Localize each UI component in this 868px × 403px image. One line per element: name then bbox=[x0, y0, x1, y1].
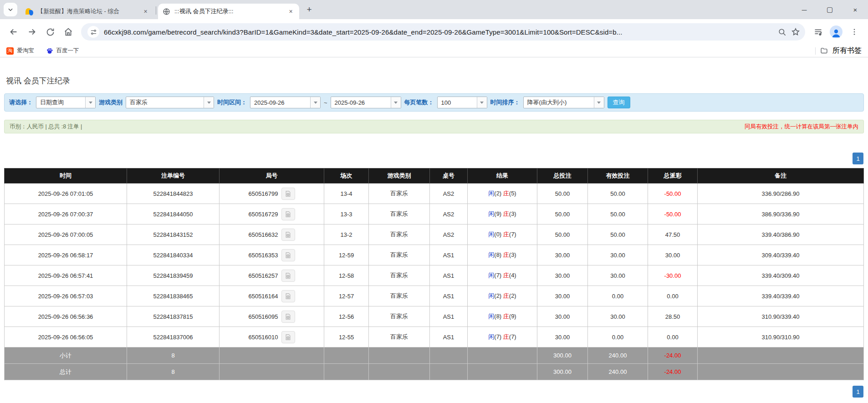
total-bet-cell: 30.00 bbox=[537, 286, 588, 306]
session-cell: 12-59 bbox=[324, 245, 369, 265]
result-cell: 闲(9) 庄(3) bbox=[468, 204, 537, 224]
bet-id-cell: 522841837815 bbox=[127, 306, 220, 327]
browser-menu-button[interactable] bbox=[847, 24, 862, 40]
video-replay-button[interactable] bbox=[281, 188, 295, 200]
subtotal-total-bet: 300.00 bbox=[537, 347, 588, 364]
tab-close-icon[interactable]: × bbox=[287, 8, 295, 15]
zoom-button[interactable] bbox=[775, 25, 789, 39]
media-controls-button[interactable] bbox=[810, 24, 826, 40]
time-cell: 2025-09-26 07:00:05 bbox=[5, 224, 127, 245]
video-replay-button[interactable] bbox=[281, 208, 295, 220]
subtotal-count: 8 bbox=[127, 347, 220, 364]
close-button[interactable]: × bbox=[842, 0, 868, 19]
tab-close-icon[interactable]: × bbox=[142, 8, 149, 15]
time-cell: 2025-09-26 06:56:36 bbox=[5, 306, 127, 327]
session-cell: 12-56 bbox=[324, 306, 369, 327]
time-cell: 2025-09-26 06:57:41 bbox=[5, 265, 127, 286]
subtotal-row: 小计 8 300.00 240.00 -24.00 bbox=[5, 347, 864, 364]
table-row: 2025-09-26 07:00:05 522841843152 6505166… bbox=[5, 224, 864, 245]
game-type-label: 游戏类别 bbox=[99, 98, 123, 107]
search-button[interactable]: 查询 bbox=[608, 97, 630, 108]
note-cell: 336.90/286.90 bbox=[698, 184, 864, 204]
forward-button[interactable] bbox=[24, 24, 40, 40]
table-row: 2025-09-26 06:57:41 522841839459 6505162… bbox=[5, 265, 864, 286]
subtotal-valid-bet: 240.00 bbox=[588, 347, 648, 364]
time-cell: 2025-09-26 07:01:05 bbox=[5, 184, 127, 204]
game-type-cell: 百家乐 bbox=[369, 265, 430, 286]
game-type-cell: 百家乐 bbox=[369, 286, 430, 306]
total-bet-cell: 30.00 bbox=[537, 327, 588, 347]
page-size-select[interactable]: 100 bbox=[437, 97, 487, 108]
total-valid-bet: 240.00 bbox=[588, 364, 648, 380]
col-header-round: 局号 bbox=[220, 168, 324, 184]
url-text[interactable]: 66cxkj98.com/game/betrecord_search/kind3… bbox=[104, 28, 775, 36]
profile-avatar[interactable] bbox=[830, 26, 842, 38]
query-type-select[interactable]: 日期查询 bbox=[36, 97, 96, 108]
subtotal-payout: -24.00 bbox=[648, 347, 698, 364]
time-cell: 2025-09-26 06:56:05 bbox=[5, 327, 127, 347]
total-bet-cell: 30.00 bbox=[537, 265, 588, 286]
video-replay-button[interactable] bbox=[281, 229, 295, 241]
video-record-icon bbox=[285, 293, 291, 300]
video-replay-button[interactable] bbox=[281, 270, 295, 282]
maximize-button[interactable]: ▢ bbox=[817, 0, 842, 19]
bookmark-baidu[interactable]: 百度一下 bbox=[46, 47, 79, 55]
table-no-cell: AS1 bbox=[430, 286, 468, 306]
tab-search-button[interactable] bbox=[4, 3, 17, 16]
date-end-input[interactable]: 2025-09-26 bbox=[331, 97, 401, 108]
back-button[interactable] bbox=[6, 24, 21, 40]
date-start-input[interactable]: 2025-09-26 bbox=[250, 97, 321, 108]
col-header-payout: 总派彩 bbox=[648, 168, 698, 184]
site-settings-button[interactable] bbox=[87, 26, 99, 38]
minimize-button[interactable]: ─ bbox=[791, 0, 817, 19]
reload-button[interactable] bbox=[42, 24, 58, 40]
address-bar[interactable]: 66cxkj98.com/game/betrecord_search/kind3… bbox=[81, 23, 805, 41]
col-header-total-bet: 总投注 bbox=[537, 168, 588, 184]
total-bet-cell: 30.00 bbox=[537, 306, 588, 327]
total-total-bet: 300.00 bbox=[537, 364, 588, 380]
video-record-icon bbox=[285, 231, 291, 238]
new-tab-button[interactable]: + bbox=[303, 3, 316, 16]
bet-id-cell: 522841839459 bbox=[127, 265, 220, 286]
home-button[interactable] bbox=[61, 24, 76, 40]
note-cell: 310.90/310.90 bbox=[698, 327, 864, 347]
tab-title: :::视讯 会员下注纪录::: bbox=[174, 7, 284, 15]
table-row: 2025-09-26 07:00:37 522841844050 6505167… bbox=[5, 204, 864, 224]
col-header-session: 场次 bbox=[324, 168, 369, 184]
video-replay-button[interactable] bbox=[281, 331, 295, 343]
date-separator: ~ bbox=[324, 99, 327, 106]
sort-select[interactable]: 降幂(由大到小) bbox=[523, 97, 604, 108]
col-header-table: 桌号 bbox=[430, 168, 468, 184]
tune-icon bbox=[90, 29, 97, 36]
bookmark-star-button[interactable] bbox=[789, 25, 802, 39]
tab-bet-records[interactable]: :::视讯 会员下注纪录::: × bbox=[158, 4, 299, 19]
total-bet-cell: 50.00 bbox=[537, 224, 588, 245]
note-cell: 309.40/339.40 bbox=[698, 245, 864, 265]
note-cell: 386.90/336.90 bbox=[698, 204, 864, 224]
pagination-page-1-top[interactable]: 1 bbox=[853, 153, 863, 164]
payout-cell: 0.00 bbox=[648, 286, 698, 306]
tab-forum[interactable]: 【新提醒】海燕策略论坛 - 综合 × bbox=[21, 4, 154, 19]
total-payout: -24.00 bbox=[648, 364, 698, 380]
video-record-icon bbox=[285, 334, 291, 341]
all-bookmarks[interactable]: 所有书签 bbox=[815, 46, 862, 56]
game-type-cell: 百家乐 bbox=[369, 204, 430, 224]
round-cell: 650516257 bbox=[220, 265, 324, 286]
bookmark-taobao[interactable]: 淘 爱淘宝 bbox=[6, 47, 34, 55]
forward-arrow-icon bbox=[27, 27, 37, 37]
sort-label: 时间排序： bbox=[490, 98, 520, 107]
video-replay-button[interactable] bbox=[281, 290, 295, 302]
pagination-page-1-bottom[interactable]: 1 bbox=[853, 386, 863, 398]
round-cell: 650516799 bbox=[220, 184, 324, 204]
video-replay-button[interactable] bbox=[281, 249, 295, 261]
game-type-cell: 百家乐 bbox=[369, 306, 430, 327]
video-replay-button[interactable] bbox=[281, 311, 295, 323]
round-cell: 650516632 bbox=[220, 224, 324, 245]
col-header-game-type: 游戏类别 bbox=[369, 168, 430, 184]
game-type-select[interactable]: 百家乐 bbox=[126, 97, 214, 108]
table-no-cell: AS1 bbox=[430, 306, 468, 327]
baidu-paw-icon bbox=[46, 47, 53, 55]
video-record-icon bbox=[285, 252, 291, 259]
table-row: 2025-09-26 06:57:03 522841838465 6505161… bbox=[5, 286, 864, 306]
game-type-cell: 百家乐 bbox=[369, 245, 430, 265]
